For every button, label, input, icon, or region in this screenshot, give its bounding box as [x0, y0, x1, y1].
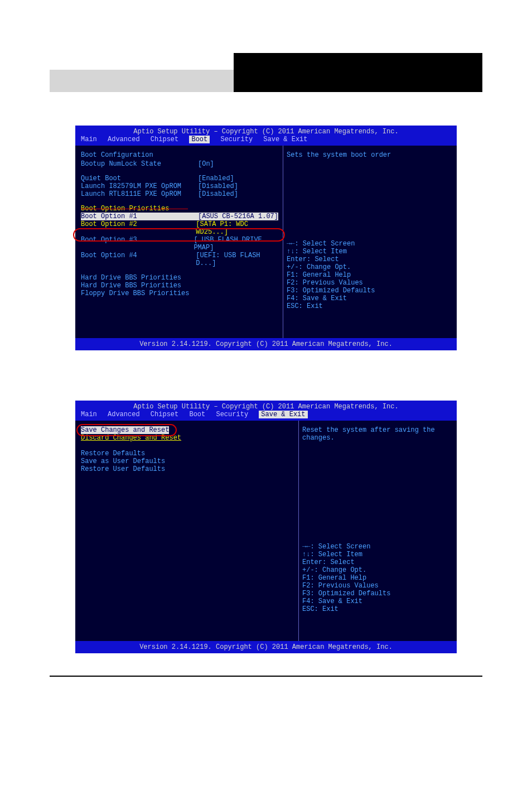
key-l8: F4: Save & Exit — [287, 295, 451, 302]
label-opt2: Boot Option #2 — [81, 220, 196, 236]
key-l7: F3: Optimized Defaults — [302, 590, 451, 597]
key-l1: →←: Select Screen — [287, 240, 451, 248]
header-left-block — [50, 70, 234, 92]
key-l3: Enter: Select — [287, 256, 451, 263]
bios-footer: Version 2.14.1219. Copyright (C) 2011 Am… — [75, 338, 457, 350]
value-opt2: [SATA P1: WDC WD25...] — [196, 220, 283, 236]
bios-menubar: Main Advanced Chipset Boot Security Save… — [75, 136, 457, 146]
key-l6: F2: Previous Values — [302, 582, 451, 590]
key-l2: ↑↓: Select Item — [302, 551, 451, 558]
bios-left-pane: Boot Configuration Bootup NumLock State … — [75, 146, 283, 338]
label-quiet: Quiet Boot — [81, 175, 198, 182]
value-opt1: [ASUS CB-5216A 1.07] — [198, 213, 278, 220]
row-restore-user-defaults[interactable]: Restore User Defaults — [81, 465, 298, 473]
row-restore-defaults[interactable]: Restore Defaults — [81, 450, 298, 457]
key-l9: ESC: Exit — [302, 605, 451, 613]
menu-save-exit[interactable]: Save & Exit — [259, 411, 307, 418]
value-opt3: [ USB FLASH DRIVE PMAP] — [194, 236, 283, 252]
bios-title: Aptio Setup Utility – Copyright (C) 2011… — [75, 126, 457, 136]
menu-advanced[interactable]: Advanced — [108, 411, 140, 418]
row-pxe2[interactable]: Launch RTL8111E PXE OpROM [Disabled] — [81, 190, 283, 198]
help-description: Sets the system boot order — [287, 151, 451, 159]
row-boot-option-2[interactable]: Boot Option #2 [SATA P1: WDC WD25...] — [81, 220, 283, 236]
bios-title: Aptio Setup Utility – Copyright (C) 2011… — [75, 401, 457, 411]
row-save-user-defaults[interactable]: Save as User Defaults — [81, 457, 298, 465]
key-l2: ↑↓: Select Item — [287, 248, 451, 256]
key-l4: +/-: Change Opt. — [287, 263, 451, 271]
row-numlock[interactable]: Bootup NumLock State [On] — [81, 160, 283, 168]
menu-security[interactable]: Security — [220, 136, 253, 143]
boot-priorities-title: Boot Option Priorities — [81, 205, 169, 213]
label-opt4: Boot Option #4 — [81, 252, 196, 267]
key-l3: Enter: Select — [302, 558, 451, 566]
bios-menubar: Main Advanced Chipset Boot Security Save… — [75, 411, 457, 421]
header-right-block — [234, 53, 482, 92]
key-l5: F1: General Help — [287, 271, 451, 279]
key-l8: F4: Save & Exit — [302, 597, 451, 605]
help-keys: →←: Select Screen ↑↓: Select Item Enter:… — [302, 543, 451, 635]
menu-main[interactable]: Main — [81, 136, 97, 143]
row-boot-option-4[interactable]: Boot Option #4 [UEFI: USB FLASH D...] — [81, 252, 283, 267]
row-boot-option-1[interactable]: Boot Option #1 [ASUS CB-5216A 1.07] — [81, 213, 283, 220]
page-footer-rule — [50, 676, 482, 677]
bios-panel-save-exit: Aptio Setup Utility – Copyright (C) 2011… — [75, 401, 457, 653]
bios-right-pane: Reset the system after saving the change… — [298, 421, 457, 641]
row-bbs3[interactable]: Floppy Drive BBS Priorities — [81, 290, 283, 297]
page-header — [50, 53, 482, 92]
bbs3: Floppy Drive BBS Priorities — [81, 290, 189, 297]
row-boot-priorities-title: Boot Option Priorities — [81, 205, 283, 213]
menu-chipset[interactable]: Chipset — [151, 411, 178, 418]
key-l1: →←: Select Screen — [302, 543, 451, 551]
menu-chipset[interactable]: Chipset — [151, 136, 178, 143]
value-quiet: [Enabled] — [198, 175, 234, 182]
bios-footer: Version 2.14.1219. Copyright (C) 2011 Am… — [75, 641, 457, 653]
value-pxe2: [Disabled] — [198, 190, 238, 198]
bios-left-pane: Save Changes and Reset Discard Changes a… — [75, 421, 298, 641]
row-boot-option-3[interactable]: Boot Option #3 [ USB FLASH DRIVE PMAP] — [81, 236, 283, 252]
label-restore-def: Restore Defaults — [81, 450, 145, 457]
value-pxe1: [Disabled] — [198, 182, 238, 190]
menu-main[interactable]: Main — [81, 411, 97, 418]
row-pxe1[interactable]: Launch I82579LM PXE OpROM [Disabled] — [81, 182, 283, 190]
label-pxe1: Launch I82579LM PXE OpROM — [81, 182, 198, 190]
row-bbs2[interactable]: Hard Drive BBS Priorities — [81, 282, 283, 290]
label-pxe2: Launch RTL8111E PXE OpROM — [81, 190, 198, 198]
key-l7: F3: Optimized Defaults — [287, 287, 451, 295]
bios-right-pane: Sets the system boot order →←: Select Sc… — [283, 146, 457, 338]
menu-boot[interactable]: Boot — [189, 411, 205, 418]
help-description: Reset the system after saving the change… — [302, 426, 451, 442]
value-numlock: [On] — [198, 160, 214, 168]
label-numlock: Bootup NumLock State — [81, 160, 198, 168]
help-keys: →←: Select Screen ↑↓: Select Item Enter:… — [287, 240, 451, 332]
label-save-reset: Save Changes and Reset — [81, 426, 169, 434]
menu-boot[interactable]: Boot — [189, 136, 210, 143]
row-save-changes-reset[interactable]: Save Changes and Reset — [81, 426, 298, 434]
menu-security[interactable]: Security — [216, 411, 248, 418]
key-l6: F2: Previous Values — [287, 279, 451, 287]
menu-advanced[interactable]: Advanced — [108, 136, 140, 143]
boot-config-title: Boot Configuration — [81, 151, 283, 159]
menu-save-exit[interactable]: Save & Exit — [263, 136, 307, 143]
key-l9: ESC: Exit — [287, 302, 451, 310]
key-l5: F1: General Help — [302, 574, 451, 582]
label-discard-reset: Discard Changes and Reset — [81, 434, 181, 442]
row-bbs1[interactable]: Hard Drive BBS Priorities — [81, 274, 283, 282]
key-l4: +/-: Change Opt. — [302, 566, 451, 574]
bbs1: Hard Drive BBS Priorities — [81, 274, 181, 282]
bios-body: Boot Configuration Bootup NumLock State … — [75, 146, 457, 338]
bbs2: Hard Drive BBS Priorities — [81, 282, 181, 290]
row-discard-changes-reset[interactable]: Discard Changes and Reset — [81, 434, 298, 442]
bios-body: Save Changes and Reset Discard Changes a… — [75, 421, 457, 641]
label-save-user-def: Save as User Defaults — [81, 457, 165, 465]
row-quiet[interactable]: Quiet Boot [Enabled] — [81, 175, 283, 182]
value-opt4: [UEFI: USB FLASH D...] — [196, 252, 283, 267]
label-opt3: Boot Option #3 — [81, 236, 194, 252]
label-restore-user-def: Restore User Defaults — [81, 465, 165, 473]
bios-panel-boot: Aptio Setup Utility – Copyright (C) 2011… — [75, 126, 457, 350]
label-opt1: Boot Option #1 — [81, 213, 198, 220]
